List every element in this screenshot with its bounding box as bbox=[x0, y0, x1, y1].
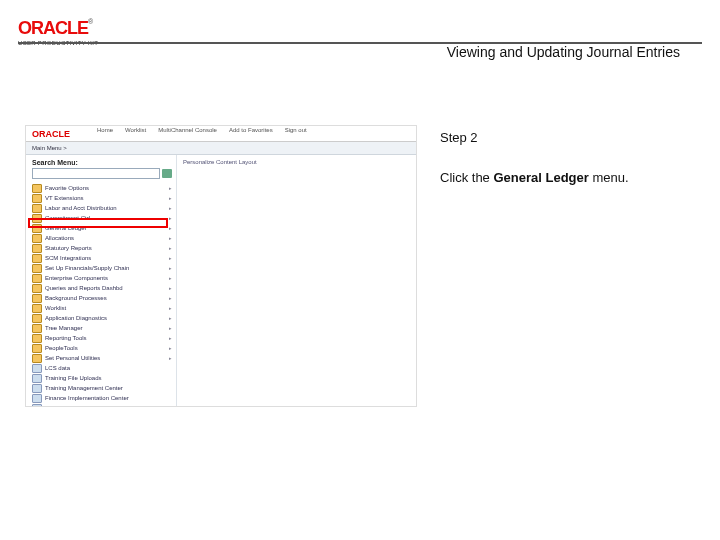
folder-icon bbox=[32, 254, 42, 263]
chevron-right-icon: ▸ bbox=[169, 253, 172, 263]
menu-item-label: PeopleTools bbox=[45, 343, 78, 353]
menu-item-label: Finance Intentions Admin bbox=[45, 403, 112, 407]
nav-worklist[interactable]: Worklist bbox=[125, 127, 146, 133]
document-icon bbox=[32, 394, 42, 403]
nav-sign-out[interactable]: Sign out bbox=[285, 127, 307, 133]
menu-item-label: Finance Implementation Center bbox=[45, 393, 129, 403]
folder-icon bbox=[32, 204, 42, 213]
menu-item-label: Worklist bbox=[45, 303, 66, 313]
nav-add-to-favorites[interactable]: Add to Favorites bbox=[229, 127, 273, 133]
folder-icon bbox=[32, 184, 42, 193]
chevron-right-icon: ▸ bbox=[169, 273, 172, 283]
menu-item-label: Commitment Ctrl bbox=[45, 213, 90, 223]
ss-breadcrumb: Main Menu > bbox=[26, 142, 416, 155]
menu-item-tree-manager[interactable]: Tree Manager▸ bbox=[32, 323, 172, 333]
chevron-right-icon: ▸ bbox=[169, 323, 172, 333]
menu-item-queries-and-reports-dashbd[interactable]: Queries and Reports Dashbd▸ bbox=[32, 283, 172, 293]
ss-content: Personalize Content Layout bbox=[177, 155, 416, 407]
chevron-right-icon: ▸ bbox=[169, 203, 172, 213]
instr-bold: General Ledger bbox=[493, 170, 588, 185]
menu-item-vt-extensions[interactable]: VT Extensions▸ bbox=[32, 193, 172, 203]
chevron-right-icon: ▸ bbox=[169, 213, 172, 223]
menu-item-allocations[interactable]: Allocations▸ bbox=[32, 233, 172, 243]
menu-item-set-personal-utilities[interactable]: Set Personal Utilities▸ bbox=[32, 353, 172, 363]
app-screenshot: ORACLE HomeWorklistMultiChannel ConsoleA… bbox=[25, 125, 417, 407]
folder-icon bbox=[32, 304, 42, 313]
menu-item-lcs-data[interactable]: LCS data bbox=[32, 363, 172, 373]
menu-item-set-up-financials-supply-chain[interactable]: Set Up Financials/Supply Chain▸ bbox=[32, 263, 172, 273]
menu-item-peopletools[interactable]: PeopleTools▸ bbox=[32, 343, 172, 353]
menu-item-enterprise-components[interactable]: Enterprise Components▸ bbox=[32, 273, 172, 283]
menu-item-favorite-options[interactable]: Favorite Options▸ bbox=[32, 183, 172, 193]
chevron-right-icon: ▸ bbox=[169, 333, 172, 343]
chevron-right-icon: ▸ bbox=[169, 223, 172, 233]
ss-topbar: ORACLE HomeWorklistMultiChannel ConsoleA… bbox=[26, 126, 416, 142]
nav-multichannel-console[interactable]: MultiChannel Console bbox=[158, 127, 217, 133]
chevron-right-icon: ▸ bbox=[169, 343, 172, 353]
chevron-right-icon: ▸ bbox=[169, 193, 172, 203]
menu-item-label: Application Diagnostics bbox=[45, 313, 107, 323]
menu-item-label: Background Processes bbox=[45, 293, 107, 303]
menu-item-worklist[interactable]: Worklist▸ bbox=[32, 303, 172, 313]
document-icon bbox=[32, 374, 42, 383]
chevron-right-icon: ▸ bbox=[169, 243, 172, 253]
folder-icon bbox=[32, 214, 42, 223]
search-input[interactable] bbox=[32, 168, 160, 179]
step-label: Step 2 bbox=[440, 130, 698, 145]
menu-item-reporting-tools[interactable]: Reporting Tools▸ bbox=[32, 333, 172, 343]
menu-item-label: Favorite Options bbox=[45, 183, 89, 193]
menu-item-training-file-uploads[interactable]: Training File Uploads bbox=[32, 373, 172, 383]
folder-icon bbox=[32, 334, 42, 343]
instruction-text: Click the General Ledger menu. bbox=[440, 169, 698, 187]
document-icon bbox=[32, 384, 42, 393]
header-rule bbox=[18, 42, 702, 44]
folder-icon bbox=[32, 344, 42, 353]
menu-item-label: Set Up Financials/Supply Chain bbox=[45, 263, 129, 273]
menu-item-scm-integrations[interactable]: SCM Integrations▸ bbox=[32, 253, 172, 263]
folder-icon bbox=[32, 234, 42, 243]
search-go-icon[interactable] bbox=[162, 169, 172, 178]
menu-item-commitment-ctrl[interactable]: Commitment Ctrl▸ bbox=[32, 213, 172, 223]
folder-icon bbox=[32, 224, 42, 233]
menu-item-training-management-center[interactable]: Training Management Center bbox=[32, 383, 172, 393]
nav-home[interactable]: Home bbox=[97, 127, 113, 133]
menu-item-finance-implementation-center[interactable]: Finance Implementation Center bbox=[32, 393, 172, 403]
menu-item-statutory-reports[interactable]: Statutory Reports▸ bbox=[32, 243, 172, 253]
menu-item-application-diagnostics[interactable]: Application Diagnostics▸ bbox=[32, 313, 172, 323]
menu-item-labor-and-acct-distribution[interactable]: Labor and Acct Distribution▸ bbox=[32, 203, 172, 213]
folder-icon bbox=[32, 284, 42, 293]
ss-sidebar: Search Menu: Favorite Options▸VT Extensi… bbox=[26, 155, 177, 407]
search-label: Search Menu: bbox=[32, 159, 172, 166]
menu-item-finance-intentions-admin[interactable]: Finance Intentions Admin bbox=[32, 403, 172, 407]
folder-icon bbox=[32, 354, 42, 363]
ss-brand: ORACLE bbox=[32, 129, 70, 139]
menu-item-label: Allocations bbox=[45, 233, 74, 243]
menu-item-background-processes[interactable]: Background Processes▸ bbox=[32, 293, 172, 303]
menu-item-label: LCS data bbox=[45, 363, 70, 373]
menu-item-label: VT Extensions bbox=[45, 193, 84, 203]
folder-icon bbox=[32, 274, 42, 283]
ss-topnav: HomeWorklistMultiChannel ConsoleAdd to F… bbox=[91, 127, 416, 133]
folder-icon bbox=[32, 264, 42, 273]
menu-item-general-ledger[interactable]: General Ledger▸ bbox=[32, 223, 172, 233]
menu-item-label: Training File Uploads bbox=[45, 373, 101, 383]
menu-item-label: Training Management Center bbox=[45, 383, 123, 393]
document-icon bbox=[32, 364, 42, 373]
instr-post: menu. bbox=[589, 170, 629, 185]
chevron-right-icon: ▸ bbox=[169, 313, 172, 323]
folder-icon bbox=[32, 294, 42, 303]
chevron-right-icon: ▸ bbox=[169, 353, 172, 363]
chevron-right-icon: ▸ bbox=[169, 293, 172, 303]
chevron-right-icon: ▸ bbox=[169, 183, 172, 193]
folder-icon bbox=[32, 314, 42, 323]
folder-icon bbox=[32, 194, 42, 203]
menu-item-label: Labor and Acct Distribution bbox=[45, 203, 117, 213]
menu-item-label: Enterprise Components bbox=[45, 273, 108, 283]
menu-item-label: Tree Manager bbox=[45, 323, 82, 333]
menu-item-label: Statutory Reports bbox=[45, 243, 92, 253]
instr-pre: Click the bbox=[440, 170, 493, 185]
menu-list: Favorite Options▸VT Extensions▸Labor and… bbox=[32, 183, 172, 407]
document-icon bbox=[32, 404, 42, 408]
menu-item-label: SCM Integrations bbox=[45, 253, 91, 263]
page-title: Viewing and Updating Journal Entries bbox=[447, 44, 680, 60]
